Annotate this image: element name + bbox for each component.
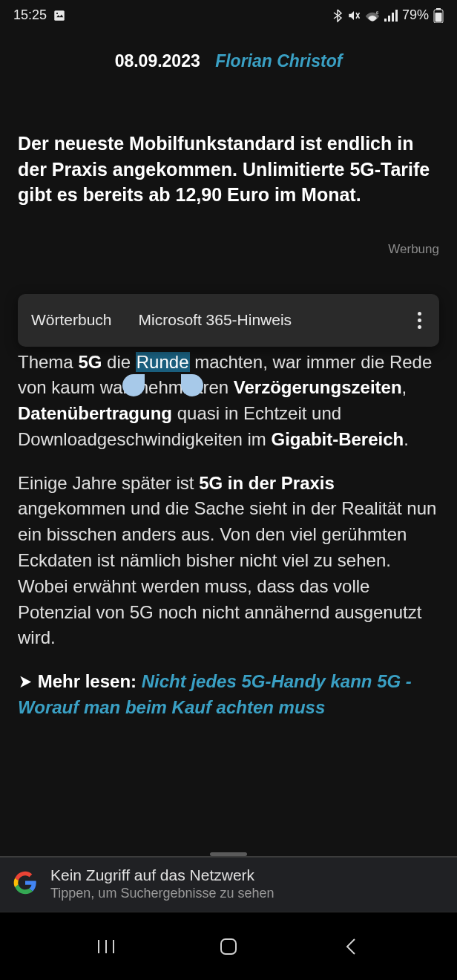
text-selection-menu: Wörterbuch Microsoft 365-Hinweis bbox=[18, 294, 439, 347]
home-button[interactable] bbox=[206, 932, 251, 961]
svg-rect-0 bbox=[54, 10, 65, 21]
more-link[interactable]: ➤ Mehr lesen: Nicht jedes 5G-Handy kann … bbox=[0, 669, 457, 721]
ad-label: Werbung bbox=[0, 242, 457, 257]
clock: 15:25 bbox=[13, 7, 47, 23]
selection-handle-left[interactable] bbox=[122, 374, 145, 396]
sheet-title: Kein Zugriff auf das Netzwerk bbox=[50, 866, 274, 884]
menu-dictionary[interactable]: Wörterbuch bbox=[31, 311, 112, 329]
menu-more-icon[interactable] bbox=[413, 309, 426, 332]
mute-icon bbox=[347, 9, 361, 22]
article-lead: Der neueste Mobilfunkstandard ist endlic… bbox=[0, 131, 457, 208]
svg-rect-15 bbox=[221, 939, 236, 954]
svg-rect-7 bbox=[392, 13, 394, 22]
article-date: 08.09.2023 bbox=[115, 51, 200, 71]
article-meta: 08.09.2023 Florian Christof bbox=[0, 51, 457, 71]
paragraph-1: Thema 5G die Runde machten, war immer di… bbox=[18, 350, 439, 453]
android-nav-bar bbox=[0, 912, 457, 980]
battery-icon bbox=[433, 8, 444, 23]
google-icon bbox=[13, 871, 37, 898]
menu-ms365[interactable]: Microsoft 365-Hinweis bbox=[139, 311, 292, 329]
status-bar: 15:25 6 79% bbox=[0, 0, 457, 29]
recents-button[interactable] bbox=[84, 932, 128, 961]
more-label: Mehr lesen: bbox=[38, 671, 137, 691]
paragraph-2: Einige Jahre später ist 5G in der Praxis… bbox=[18, 471, 439, 652]
selected-text[interactable]: Runde bbox=[136, 352, 190, 372]
fade-overlay bbox=[0, 824, 457, 854]
wifi-icon: 6 bbox=[365, 10, 380, 22]
article-body: Thema 5G die Runde machten, war immer di… bbox=[0, 350, 457, 652]
sheet-subtitle: Tippen, um Suchergebnisse zu sehen bbox=[50, 886, 274, 901]
sheet-drag-handle[interactable] bbox=[210, 852, 247, 856]
svg-text:6: 6 bbox=[376, 10, 378, 15]
svg-rect-6 bbox=[388, 16, 390, 22]
battery-percent: 79% bbox=[402, 7, 429, 23]
image-notification-icon bbox=[53, 9, 66, 22]
google-bottom-sheet[interactable]: Kein Zugriff auf das Netzwerk Tippen, um… bbox=[0, 856, 457, 912]
article-author[interactable]: Florian Christof bbox=[215, 51, 342, 71]
back-button[interactable] bbox=[329, 932, 373, 961]
svg-rect-11 bbox=[435, 13, 442, 22]
arrow-icon: ➤ bbox=[19, 669, 32, 695]
bluetooth-icon bbox=[332, 9, 343, 22]
signal-icon bbox=[384, 10, 398, 22]
svg-point-1 bbox=[56, 12, 58, 13]
svg-rect-5 bbox=[384, 19, 387, 22]
svg-rect-8 bbox=[395, 10, 398, 22]
selection-handle-right[interactable] bbox=[181, 374, 203, 396]
